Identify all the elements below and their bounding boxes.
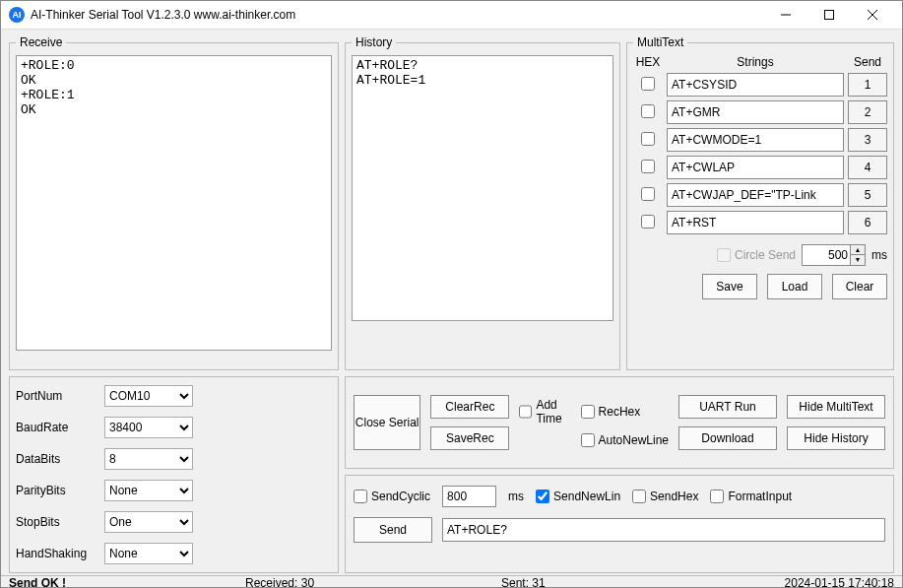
multitext-load-button[interactable]: Load: [767, 274, 822, 299]
multitext-save-button[interactable]: Save: [702, 274, 757, 299]
titlebar: AI AI-Thinker Serial Tool V1.2.3.0 www.a…: [1, 1, 902, 30]
svg-rect-1: [825, 11, 834, 20]
multitext-row: 4: [633, 156, 887, 179]
sendcyclic-label: SendCyclic: [371, 490, 430, 503]
multitext-send-button[interactable]: 4: [848, 156, 887, 179]
multitext-hex-checkbox[interactable]: [641, 77, 655, 91]
formatinput-label: FormatInput: [728, 490, 792, 503]
toolbar-panel: Close Serial ClearRec SaveRec Add Time R…: [345, 376, 894, 469]
sendcyclic-value[interactable]: [442, 486, 496, 507]
multitext-hex-checkbox[interactable]: [641, 187, 655, 201]
multitext-send-button[interactable]: 3: [848, 128, 887, 152]
status-sent: Sent: 31: [501, 576, 785, 588]
portnum-label: PortNum: [16, 389, 104, 403]
multitext-row: 1: [633, 73, 887, 97]
status-received: Received: 30: [245, 576, 501, 588]
sendhex-checkbox[interactable]: [632, 490, 646, 503]
multitext-send-button[interactable]: 5: [848, 183, 887, 207]
uartrun-button[interactable]: UART Run: [678, 395, 777, 419]
send-input[interactable]: [442, 518, 885, 542]
history-legend: History: [352, 35, 396, 49]
multitext-hex-checkbox[interactable]: [641, 104, 655, 118]
hide-multitext-button[interactable]: Hide MultiText: [787, 395, 885, 419]
multitext-hex-checkbox[interactable]: [641, 215, 655, 229]
send-panel: SendCyclic ms SendNewLin SendHex FormatI…: [345, 475, 894, 573]
stopbits-label: StopBits: [16, 515, 104, 529]
databits-select[interactable]: 8: [104, 448, 193, 470]
databits-label: DataBits: [16, 452, 104, 466]
multitext-string-input[interactable]: [667, 211, 844, 234]
stopbits-select[interactable]: One: [104, 511, 193, 533]
sendcyclic-checkbox[interactable]: [354, 490, 367, 503]
app-icon: AI: [9, 7, 25, 23]
port-panel: PortNum COM10 BaudRate 38400 DataBits 8 …: [9, 376, 339, 573]
addtime-checkbox[interactable]: [519, 405, 532, 419]
multitext-send-button[interactable]: 6: [848, 211, 887, 234]
maximize-button[interactable]: [807, 1, 851, 29]
multitext-head-strings: Strings: [663, 55, 848, 69]
handshaking-select[interactable]: None: [104, 543, 193, 564]
spinner-buttons[interactable]: ▲▼: [851, 244, 866, 266]
receive-legend: Receive: [16, 35, 66, 49]
multitext-string-input[interactable]: [667, 128, 844, 152]
baudrate-label: BaudRate: [16, 421, 104, 434]
send-button[interactable]: Send: [354, 517, 432, 543]
statusbar: Send OK ! Received: 30 Sent: 31 2024-01-…: [1, 575, 902, 588]
multitext-string-input[interactable]: [667, 156, 844, 179]
history-textarea[interactable]: AT+ROLE? AT+ROLE=1: [352, 55, 613, 321]
history-panel: History AT+ROLE? AT+ROLE=1: [345, 35, 620, 370]
multitext-row: 6: [633, 211, 887, 234]
multitext-hex-checkbox[interactable]: [641, 132, 655, 146]
minimize-button[interactable]: [764, 1, 807, 29]
multitext-row: 2: [633, 100, 887, 124]
portnum-select[interactable]: COM10: [104, 385, 193, 407]
receive-panel: Receive +ROLE:0 OK +ROLE:1 OK: [9, 35, 339, 370]
chevron-up-icon[interactable]: ▲: [851, 245, 865, 255]
sendhex-label: SendHex: [650, 490, 698, 503]
saverec-button[interactable]: SaveRec: [430, 426, 509, 450]
multitext-legend: MultiText: [633, 35, 687, 49]
multitext-string-input[interactable]: [667, 100, 844, 124]
circle-send-unit: ms: [871, 248, 887, 262]
hide-history-button[interactable]: Hide History: [787, 426, 885, 450]
status-sendok: Send OK !: [9, 576, 245, 588]
receive-textarea[interactable]: +ROLE:0 OK +ROLE:1 OK: [16, 55, 332, 351]
multitext-hex-checkbox[interactable]: [641, 160, 655, 173]
rechex-checkbox[interactable]: [581, 405, 595, 419]
rechex-label: RecHex: [599, 405, 641, 419]
download-button[interactable]: Download: [678, 426, 777, 450]
multitext-head-hex: HEX: [633, 55, 663, 69]
clearrec-button[interactable]: ClearRec: [430, 395, 509, 419]
multitext-clear-button[interactable]: Clear: [832, 274, 887, 299]
multitext-string-input[interactable]: [667, 73, 844, 97]
paritybits-label: ParityBits: [16, 484, 104, 497]
multitext-send-button[interactable]: 2: [848, 100, 887, 124]
multitext-row: 3: [633, 128, 887, 152]
baudrate-select[interactable]: 38400: [104, 417, 193, 438]
chevron-down-icon[interactable]: ▼: [851, 255, 865, 265]
status-time: 2024-01-15 17:40:18: [785, 576, 894, 588]
multitext-head-send: Send: [848, 55, 887, 69]
sendnewline-label: SendNewLin: [553, 490, 620, 503]
sendnewline-checkbox[interactable]: [536, 490, 549, 503]
multitext-string-input[interactable]: [667, 183, 844, 207]
addtime-label: Add Time: [536, 398, 562, 425]
multitext-send-button[interactable]: 1: [848, 73, 887, 97]
multitext-panel: MultiText HEX Strings Send 123456 Circle…: [626, 35, 894, 370]
circle-send-value[interactable]: [802, 244, 851, 266]
autonewline-checkbox[interactable]: [581, 433, 595, 447]
autonewline-label: AutoNewLine: [599, 433, 669, 447]
close-button[interactable]: [851, 1, 894, 29]
circle-send-label: Circle Send: [735, 248, 796, 262]
sendcyclic-unit: ms: [508, 490, 524, 503]
multitext-row: 5: [633, 183, 887, 207]
window-title: AI-Thinker Serial Tool V1.2.3.0 www.ai-t…: [31, 8, 295, 22]
formatinput-checkbox[interactable]: [710, 490, 724, 503]
handshaking-label: HandShaking: [16, 547, 104, 560]
paritybits-select[interactable]: None: [104, 480, 193, 501]
close-serial-button[interactable]: Close Serial: [354, 395, 420, 450]
circle-send-checkbox[interactable]: [717, 248, 731, 262]
